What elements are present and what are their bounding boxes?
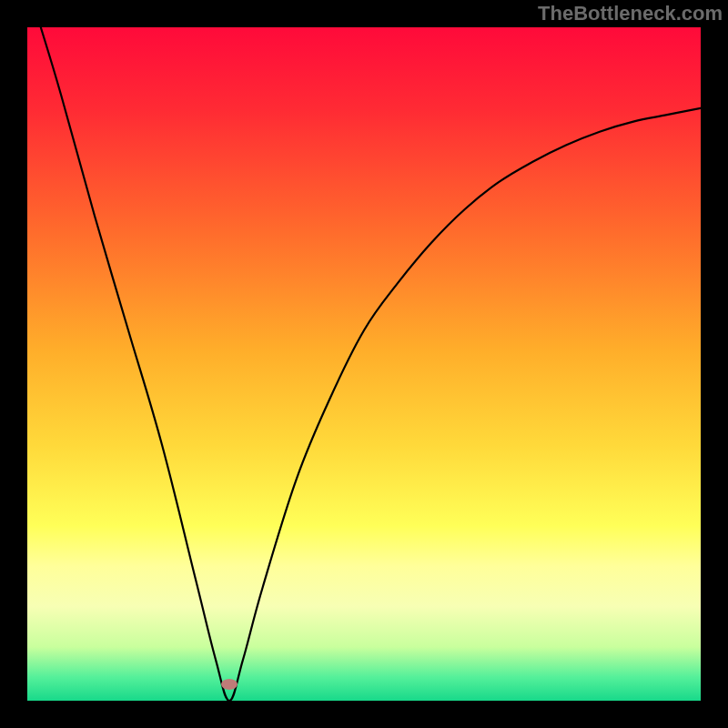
- minimum-marker: [221, 679, 238, 690]
- gradient-background: [27, 27, 701, 701]
- watermark-text: TheBottleneck.com: [538, 2, 723, 25]
- plot-area: [27, 27, 701, 701]
- chart-frame: TheBottleneck.com: [0, 0, 728, 728]
